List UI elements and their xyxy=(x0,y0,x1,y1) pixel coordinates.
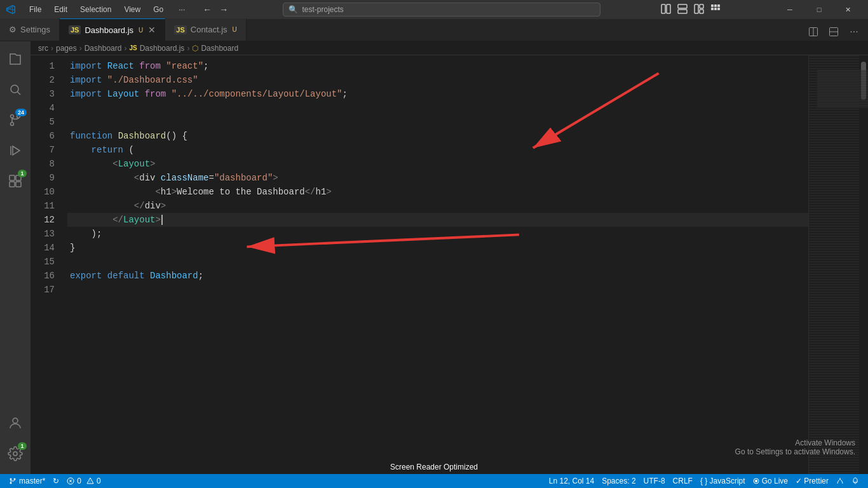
tab-dashboard-modified: U xyxy=(139,27,143,34)
prettier-indicator[interactable]: ✓ Prettier xyxy=(792,474,832,488)
code-line-14: } xyxy=(67,241,808,255)
bell-icon xyxy=(851,477,859,485)
main-area: 24 1 xyxy=(0,41,868,474)
titlebar: File Edit Selection View Go ··· ← → 🔍 te… xyxy=(0,0,868,19)
code-line-5 xyxy=(67,115,808,129)
activity-settings[interactable]: 1 xyxy=(0,438,31,469)
activity-bar: 24 1 xyxy=(0,41,31,474)
svg-rect-25 xyxy=(16,182,21,187)
activity-search[interactable] xyxy=(0,74,31,105)
svg-rect-7 xyxy=(711,4,714,7)
app-container: ⚙ Settings JS Dashboard.js U ✕ JS Contac… xyxy=(0,19,868,488)
nav-back-button[interactable]: ← xyxy=(200,3,214,17)
activity-account[interactable] xyxy=(0,408,31,438)
activity-source-control[interactable]: 24 xyxy=(0,105,31,135)
breadcrumb-js-icon: JS xyxy=(129,44,137,51)
line-num-5: 5 xyxy=(31,115,55,129)
customize-layout-icon[interactable] xyxy=(708,4,723,16)
menu-selection[interactable]: Selection xyxy=(75,4,116,15)
activity-extensions[interactable]: 1 xyxy=(0,166,31,196)
app-logo xyxy=(5,4,17,16)
encoding-indicator[interactable]: UTF-8 xyxy=(640,474,669,488)
nav-buttons: ← → xyxy=(200,3,231,17)
minimap-top-right xyxy=(817,70,868,108)
spaces-indicator[interactable]: Spaces: 2 xyxy=(598,474,639,488)
breadcrumb-comp-icon: ⬡ xyxy=(192,44,198,53)
tab-dashboard-close[interactable]: ✕ xyxy=(148,25,156,35)
code-line-8: <Layout> xyxy=(67,157,808,171)
activity-explorer[interactable] xyxy=(0,44,31,74)
line-ending-label: CRLF xyxy=(673,477,693,485)
code-line-12: </Layout> xyxy=(67,213,808,227)
minimap xyxy=(808,55,859,474)
line-num-12: 12 xyxy=(31,213,55,227)
menu-more[interactable]: ··· xyxy=(173,4,190,15)
line-num-8: 8 xyxy=(31,157,55,171)
menu-edit[interactable]: Edit xyxy=(49,4,72,15)
source-control-badge: 24 xyxy=(15,109,27,116)
maximize-button[interactable]: □ xyxy=(804,0,834,19)
code-content[interactable]: import React from "react"; import "./Das… xyxy=(62,55,808,474)
branch-icon xyxy=(9,477,17,485)
go-live-indicator[interactable]: Go Live xyxy=(749,474,792,488)
breadcrumb-dashboard-file: Dashboard.js xyxy=(140,44,185,53)
layout-icon2[interactable] xyxy=(675,4,690,16)
breadcrumb-dashboard-symbol: Dashboard xyxy=(201,44,238,53)
minimize-button[interactable]: ─ xyxy=(775,0,804,19)
sync-indicator[interactable]: ↻ xyxy=(49,474,63,488)
code-line-2: import "./Dashboard.css" xyxy=(67,73,808,87)
cursor-position: Ln 12, Col 14 xyxy=(549,477,594,485)
line-num-3: 3 xyxy=(31,87,55,101)
code-line-7: return ( xyxy=(67,143,808,157)
branch-indicator[interactable]: master* xyxy=(5,474,49,488)
breadcrumb-pages: pages xyxy=(56,44,77,53)
status-bar: master* ↻ 0 ! 0 Ln 12, Col 14 Spaces: 2 xyxy=(0,474,868,488)
menu-view[interactable]: View xyxy=(119,4,146,15)
menu-file[interactable]: File xyxy=(24,4,46,15)
svg-rect-24 xyxy=(10,182,15,187)
line-num-9: 9 xyxy=(31,171,55,185)
activity-run[interactable] xyxy=(0,135,31,166)
branch-name: master* xyxy=(19,477,45,485)
notifications-indicator[interactable] xyxy=(848,474,863,488)
editor-container: src › pages › Dashboard › JS Dashboard.j… xyxy=(31,41,868,474)
panel-layout-icon[interactable] xyxy=(825,23,843,41)
nav-forward-button[interactable]: → xyxy=(217,3,231,17)
menu-bar: File Edit Selection View Go ··· xyxy=(24,4,190,15)
language-indicator[interactable]: { } JavaScript xyxy=(696,474,749,488)
svg-rect-1 xyxy=(667,4,670,13)
remote-indicator[interactable] xyxy=(832,474,848,488)
tab-dashboard[interactable]: JS Dashboard.js U ✕ xyxy=(60,18,165,41)
svg-rect-0 xyxy=(661,4,665,13)
errors-count: 0 xyxy=(77,477,81,485)
line-num-6: 6 xyxy=(31,129,55,143)
line-numbers: 1 2 3 4 5 6 7 8 9 10 11 12 13 14 15 16 1 xyxy=(31,55,62,474)
close-button[interactable]: ✕ xyxy=(834,0,863,19)
line-num-16: 16 xyxy=(31,269,55,283)
more-tabs-icon[interactable]: ··· xyxy=(845,23,863,41)
tab-contact-modified: U xyxy=(233,26,237,33)
dashboard-js-icon: JS xyxy=(69,25,81,34)
menu-go[interactable]: Go xyxy=(148,4,168,15)
svg-point-30 xyxy=(14,478,16,480)
tab-settings[interactable]: ⚙ Settings xyxy=(0,18,60,41)
search-icon: 🔍 xyxy=(288,5,298,14)
code-editor[interactable]: 1 2 3 4 5 6 7 8 9 10 11 12 13 14 15 16 1 xyxy=(31,55,868,474)
layout-icon1[interactable] xyxy=(658,4,674,16)
warning-icon: ! xyxy=(86,477,94,485)
layout-icon3[interactable] xyxy=(691,4,707,16)
split-editor-icon[interactable] xyxy=(804,23,822,41)
svg-rect-5 xyxy=(700,4,703,8)
svg-line-18 xyxy=(18,92,21,95)
svg-rect-22 xyxy=(10,175,15,180)
breadcrumb: src › pages › Dashboard › JS Dashboard.j… xyxy=(31,41,868,55)
search-bar[interactable]: 🔍 test-projects xyxy=(283,3,600,17)
position-indicator[interactable]: Ln 12, Col 14 xyxy=(545,474,598,488)
svg-point-29 xyxy=(10,478,12,480)
tab-contact[interactable]: JS Contact.js U xyxy=(165,18,247,41)
errors-indicator[interactable]: 0 ! 0 xyxy=(63,474,104,488)
vertical-scrollbar[interactable] xyxy=(859,55,868,474)
line-ending-indicator[interactable]: CRLF xyxy=(669,474,696,488)
code-line-16: export default Dashboard; xyxy=(67,269,808,283)
prettier-label: ✓ Prettier xyxy=(796,477,829,485)
